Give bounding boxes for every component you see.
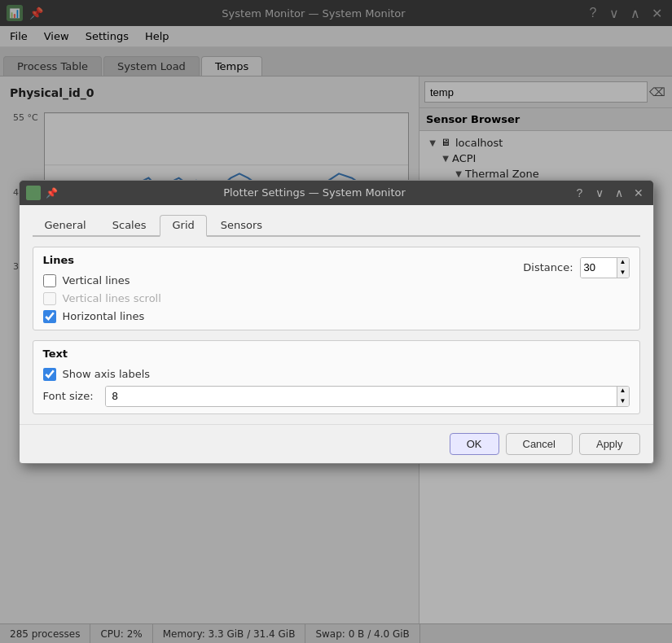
distance-spin-up[interactable]: ▲ bbox=[617, 257, 629, 268]
distance-input[interactable] bbox=[581, 258, 617, 278]
dialog-tab-scales[interactable]: Scales bbox=[100, 215, 159, 235]
dialog-pin-icon: 📌 bbox=[46, 187, 58, 199]
vertical-lines-checkbox[interactable] bbox=[43, 274, 56, 287]
distance-spin-down[interactable]: ▼ bbox=[617, 268, 629, 278]
horizontal-lines-row: Horizontal lines bbox=[43, 310, 630, 323]
text-section-title: Text bbox=[43, 348, 630, 360]
text-section: Text Show axis labels Font size: ▲ ▼ bbox=[33, 340, 640, 414]
main-window: 📊 📌 System Monitor — System Monitor ? ∨ … bbox=[0, 0, 672, 643]
font-spin-buttons: ▲ ▼ bbox=[617, 386, 629, 407]
show-axis-row: Show axis labels bbox=[43, 368, 630, 381]
distance-input-wrap: ▲ ▼ bbox=[580, 257, 630, 278]
dialog-help-button[interactable]: ? bbox=[572, 185, 588, 201]
plotter-settings-dialog: 📌 Plotter Settings — System Monitor ? ∨ … bbox=[19, 180, 654, 464]
dialog-tab-general[interactable]: General bbox=[33, 215, 99, 235]
dialog-tab-grid[interactable]: Grid bbox=[160, 215, 206, 237]
vertical-lines-label[interactable]: Vertical lines bbox=[63, 274, 130, 287]
font-size-label: Font size: bbox=[43, 390, 99, 402]
ok-button[interactable]: OK bbox=[450, 433, 499, 455]
dialog-titlebar: 📌 Plotter Settings — System Monitor ? ∨ … bbox=[20, 181, 653, 205]
lines-section: Lines Distance: ▲ ▼ bbox=[33, 247, 640, 330]
dialog-tab-sensors[interactable]: Sensors bbox=[209, 215, 275, 235]
lines-inner: Lines Distance: ▲ ▼ bbox=[43, 254, 630, 323]
dialog-minimize-button[interactable]: ∨ bbox=[591, 185, 608, 201]
spin-buttons: ▲ ▼ bbox=[617, 257, 629, 278]
show-axis-checkbox[interactable] bbox=[43, 368, 56, 381]
distance-row: Distance: ▲ ▼ bbox=[523, 254, 629, 278]
vertical-scroll-label: Vertical lines scroll bbox=[63, 292, 161, 304]
vertical-scroll-row: Vertical lines scroll bbox=[43, 292, 630, 305]
font-size-row: Font size: ▲ ▼ bbox=[43, 386, 630, 407]
horizontal-lines-label[interactable]: Horizontal lines bbox=[63, 310, 145, 322]
dialog-close-button[interactable]: ✕ bbox=[630, 185, 647, 201]
dialog-overlay: 📌 Plotter Settings — System Monitor ? ∨ … bbox=[0, 0, 672, 643]
font-spin-down[interactable]: ▼ bbox=[617, 396, 629, 407]
show-axis-label[interactable]: Show axis labels bbox=[63, 368, 151, 380]
dialog-controls: ? ∨ ∧ ✕ bbox=[572, 185, 647, 201]
distance-label: Distance: bbox=[523, 261, 573, 273]
font-spin-up[interactable]: ▲ bbox=[617, 386, 629, 396]
font-size-input[interactable] bbox=[106, 387, 617, 406]
dialog-body: General Scales Grid Sensors Lines Distan… bbox=[20, 205, 653, 424]
horizontal-lines-checkbox[interactable] bbox=[43, 310, 56, 323]
dialog-footer: OK Cancel Apply bbox=[20, 424, 653, 463]
apply-button[interactable]: Apply bbox=[579, 433, 640, 455]
vertical-scroll-checkbox bbox=[43, 292, 56, 305]
dialog-tabs: General Scales Grid Sensors bbox=[33, 215, 640, 237]
dialog-app-icon bbox=[26, 186, 41, 200]
font-input-wrap: ▲ ▼ bbox=[105, 386, 630, 407]
cancel-button[interactable]: Cancel bbox=[506, 433, 573, 455]
dialog-title: Plotter Settings — System Monitor bbox=[63, 186, 567, 199]
dialog-maximize-button[interactable]: ∧ bbox=[611, 185, 627, 201]
